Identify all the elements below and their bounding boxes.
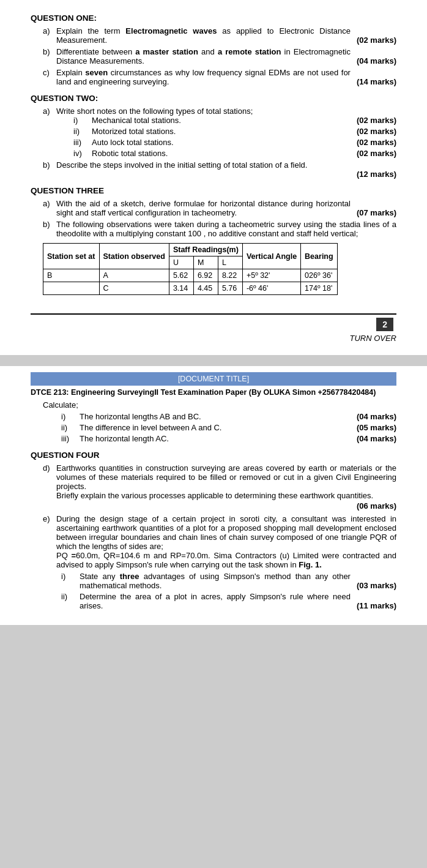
q3b-iii-marks: (04 marks): [357, 434, 396, 443]
table-row-1: B A 5.62 6.92 8.22 +5º 32' 026º 36': [43, 269, 338, 282]
doc-title-bar: [DOCUMENT TITLE]: [31, 372, 396, 386]
q4e-ii: ii) Determine the area of a plot in acre…: [61, 592, 396, 610]
q3a-marks: (07 marks): [357, 208, 396, 217]
table-header-station-observed: Station observed: [99, 244, 169, 269]
q4d-label: d): [43, 463, 56, 473]
q3b-ii-text: The difference in level between A and C.: [80, 423, 351, 432]
q1a-label: a): [43, 26, 56, 36]
q1c-label: c): [43, 68, 56, 77]
q1b-bold1: a master station: [135, 47, 198, 56]
q3-heading: QUESTION THREE: [31, 186, 396, 195]
table-cell-m-1: 6.92: [193, 269, 218, 282]
q4e-measures: PQ =60.0m, QR=104.6 m and RP=70.0m. Sima…: [56, 551, 396, 569]
q4-heading: QUESTION FOUR: [31, 451, 396, 460]
q4e-label: e): [43, 514, 56, 523]
table-subheader-m: M: [193, 256, 218, 269]
q1c-text: Explain seven circumstances as why low f…: [56, 68, 351, 86]
q4d-text1: Earthworks quantities in construction su…: [56, 463, 396, 491]
q3b-i-label: i): [61, 412, 80, 421]
table-cell-va-2: -6º 46': [242, 282, 300, 295]
q3b-iii: iii) The horizontal length AC. (04 marks…: [61, 434, 396, 443]
table-cell-u-2: 3.14: [169, 282, 193, 295]
q1a-text: Explain the term Electromagnetic waves a…: [56, 26, 351, 45]
q3a-text: With the aid of a sketch, derive formula…: [56, 199, 351, 217]
q4d-text2: Briefly explain the various processes ap…: [56, 491, 396, 500]
table-header-bearing: Bearing: [301, 244, 338, 269]
page-break: [0, 355, 396, 366]
table-header-staff-readings: Staff Readings(m): [169, 244, 242, 256]
table-cell-m-2: 4.45: [193, 282, 218, 295]
q3b-i: i) The horizontal lengths AB and BC. (04…: [61, 412, 396, 421]
q1c: c) Explain seven circumstances as why lo…: [43, 68, 396, 86]
table-cell-station-set-b: B: [43, 269, 100, 282]
q1b-text: Differentiate between a master station a…: [56, 47, 351, 65]
q1a-bold: Electromagnetic waves: [125, 26, 217, 36]
q3b: b) The following observations were taken…: [43, 220, 396, 238]
table-subheader-l: L: [218, 256, 242, 269]
q1b-bold2: a remote station: [218, 47, 281, 56]
table-cell-station-obs-a: A: [99, 269, 169, 282]
q2a: a) Write short notes on the following ty…: [43, 107, 396, 158]
table-cell-bearing-1: 026º 36': [301, 269, 338, 282]
page-1: QUESTION ONE: a) Explain the term Electr…: [0, 0, 427, 355]
q2a-ii: ii) Motorized total stations. (02 marks): [73, 127, 396, 136]
q2a-i-marks: (02 marks): [357, 116, 396, 125]
q1b-marks: (04 marks): [357, 56, 396, 65]
q2a-iii-text: Auto lock total stations.: [92, 138, 351, 147]
q2a-iii: iii) Auto lock total stations. (02 marks…: [73, 138, 396, 147]
q1c-bold: seven: [85, 68, 108, 77]
q4e-ii-text: Determine the area of a plot in acres, a…: [80, 592, 351, 610]
q3b-i-text: The horizontal lengths AB and BC.: [80, 412, 351, 421]
q3b-ii-marks: (05 marks): [357, 423, 396, 432]
q1a: a) Explain the term Electromagnetic wave…: [43, 26, 396, 45]
table-header-vertical-angle: Vertical Angle: [242, 244, 300, 269]
table-cell-station-set-empty: [43, 282, 100, 295]
page-2: [DOCUMENT TITLE] DTCE 213: Engineering S…: [0, 366, 427, 625]
q2a-iii-marks: (02 marks): [357, 138, 396, 147]
q4e-text: During the design stage of a certain pro…: [56, 514, 396, 551]
q2-heading: QUESTION TWO:: [31, 94, 396, 103]
q1c-marks: (14 marks): [357, 77, 396, 86]
q3b-iii-text: The horizontal length AC.: [80, 434, 351, 443]
q2a-iv-text: Robotic total stations.: [92, 149, 351, 158]
q2b-marks: (12 marks): [43, 170, 396, 179]
q2a-iv-label: iv): [73, 149, 92, 158]
table-cell-l-2: 5.76: [218, 282, 242, 295]
q2a-i-label: i): [73, 116, 92, 125]
table-cell-bearing-2: 174º 18': [301, 282, 338, 295]
doc-title: [DOCUMENT TITLE]: [178, 375, 249, 383]
q1b: b) Differentiate between a master statio…: [43, 47, 396, 65]
q2a-ii-marks: (02 marks): [357, 127, 396, 136]
table-cell-station-obs-c: C: [99, 282, 169, 295]
page-footer: 2 TURN OVER: [31, 313, 396, 343]
q3b-i-marks: (04 marks): [357, 412, 396, 421]
table-cell-va-1: +5º 32': [242, 269, 300, 282]
doc-subtitle: DTCE 213: Engineering SurveyingII Test E…: [31, 388, 396, 397]
q2a-iv: iv) Robotic total stations. (02 marks): [73, 149, 396, 158]
table-cell-l-1: 8.22: [218, 269, 242, 282]
q2a-ii-text: Motorized total stations.: [92, 127, 351, 136]
q4e-i: i) State any three advantages of using S…: [61, 572, 396, 590]
q4e: e) During the design stage of a certain …: [43, 514, 396, 610]
survey-table: Station set at Station observed Staff Re…: [43, 243, 338, 295]
q3a: a) With the aid of a sketch, derive form…: [43, 199, 396, 217]
q2b-label: b): [43, 160, 56, 170]
table-cell-u-1: 5.62: [169, 269, 193, 282]
q2a-ii-label: ii): [73, 127, 92, 136]
q1a-marks: (02 marks): [357, 36, 396, 45]
q4e-i-text: State any three advantages of using Simp…: [80, 572, 351, 590]
q3b-text: The following observations were taken du…: [56, 220, 396, 238]
q4e-i-marks: (03 marks): [357, 581, 396, 590]
q3b-ii: ii) The difference in level between A an…: [61, 423, 396, 432]
q3b-iii-label: iii): [61, 434, 80, 443]
page-number: 2: [376, 318, 393, 331]
q2a-i-text: Mechanical total stations.: [92, 116, 351, 125]
turn-over: TURN OVER: [349, 334, 396, 343]
q2a-iv-marks: (02 marks): [357, 149, 396, 158]
table-row-2: C 3.14 4.45 5.76 -6º 46' 174º 18': [43, 282, 338, 295]
q1-heading: QUESTION ONE:: [31, 13, 396, 23]
q2b: b) Describe the steps involved in the in…: [43, 160, 396, 179]
q3a-label: a): [43, 199, 56, 208]
q2a-text: Write short notes on the following types…: [56, 107, 253, 116]
q4d: d) Earthworks quantities in construction…: [43, 463, 396, 511]
